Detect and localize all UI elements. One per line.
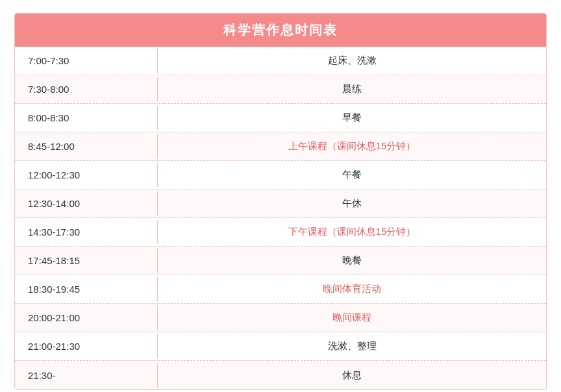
time-cell: 18:30-19:45 <box>15 277 158 301</box>
activity-cell: 午餐 <box>158 162 546 188</box>
activity-cell: 下午课程（课间休息15分钟） <box>158 219 546 245</box>
time-cell: 21:30- <box>15 363 158 387</box>
activity-cell: 晚间课程 <box>158 305 546 330</box>
table-row: 17:45-18:15晚餐 <box>15 247 546 275</box>
time-cell: 8:00-8:30 <box>15 106 158 130</box>
table-row: 7:00-7:30起床、洗漱 <box>15 47 546 75</box>
time-cell: 17:45-18:15 <box>15 249 158 273</box>
time-cell: 14:30-17:30 <box>15 220 158 244</box>
table-row: 21:30-休息 <box>15 361 546 389</box>
activity-cell: 晨练 <box>158 77 546 102</box>
table-row: 20:00-21:00晚间课程 <box>15 304 546 332</box>
time-cell: 7:00-7:30 <box>15 49 158 73</box>
time-cell: 8:45-12:00 <box>15 134 158 158</box>
table-row: 12:00-12:30午餐 <box>15 161 546 190</box>
time-cell: 12:30-14:00 <box>15 191 158 215</box>
activity-cell: 上午课程（课间休息15分钟） <box>158 134 546 159</box>
table-row: 12:30-14:00午休 <box>15 190 546 218</box>
activity-cell: 休息 <box>158 363 546 388</box>
schedule-title: 科学营作息时间表 <box>15 14 546 47</box>
schedule-body: 7:00-7:30起床、洗漱7:30-8:00晨练8:00-8:30早餐8:45… <box>15 47 546 389</box>
table-row: 7:30-8:00晨练 <box>15 75 546 104</box>
table-row: 18:30-19:45晚间体育活动 <box>15 275 546 304</box>
table-row: 21:00-21:30洗漱、整理 <box>15 332 546 361</box>
activity-cell: 起床、洗漱 <box>158 48 546 73</box>
activity-cell: 午休 <box>158 191 546 216</box>
table-row: 14:30-17:30下午课程（课间休息15分钟） <box>15 218 546 247</box>
time-cell: 7:30-8:00 <box>15 77 158 101</box>
activity-cell: 洗漱、整理 <box>158 334 546 359</box>
table-row: 8:45-12:00上午课程（课间休息15分钟） <box>15 132 546 161</box>
activity-cell: 早餐 <box>158 105 546 130</box>
schedule-table: 科学营作息时间表 7:00-7:30起床、洗漱7:30-8:00晨练8:00-8… <box>14 13 547 390</box>
table-row: 8:00-8:30早餐 <box>15 104 546 132</box>
activity-cell: 晚餐 <box>158 248 546 273</box>
time-cell: 21:00-21:30 <box>15 334 158 358</box>
activity-cell: 晚间体育活动 <box>158 276 546 302</box>
time-cell: 20:00-21:00 <box>15 306 158 330</box>
time-cell: 12:00-12:30 <box>15 163 158 187</box>
